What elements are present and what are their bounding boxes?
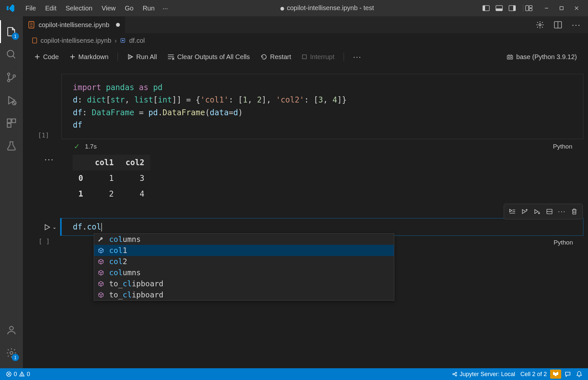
toggle-panel-icon[interactable] [496, 5, 508, 11]
add-code-cell-button[interactable]: Code [30, 51, 63, 63]
problems-button[interactable]: 0 0 [4, 368, 32, 380]
jupyter-server-button[interactable]: Jupyter Server: Local [450, 368, 517, 380]
cube-icon [97, 270, 105, 276]
maximize-icon[interactable] [554, 0, 569, 16]
tab-notebook[interactable]: copilot-intellisense.ipynb [23, 16, 125, 33]
menu-edit[interactable]: Edit [41, 3, 61, 14]
split-cell-icon[interactable] [544, 206, 555, 217]
notebook-variables-icon[interactable] [534, 19, 546, 30]
svg-rect-8 [529, 8, 532, 11]
activity-accounts-icon[interactable] [0, 319, 23, 341]
svg-line-71 [99, 261, 101, 262]
cell-editor[interactable]: import pandas as pd d: dict[str, list[in… [61, 74, 583, 139]
intellisense-popup[interactable]: columns col1 col2 columns [94, 233, 394, 301]
explorer-badge: 1 [12, 33, 19, 40]
chevron-right-icon: › [115, 37, 117, 44]
svg-line-96 [454, 374, 455, 375]
run-cell-button[interactable]: ⌄ [43, 223, 57, 231]
delete-cell-icon[interactable] [569, 206, 580, 217]
kernel-picker-button[interactable]: base (Python 3.9.12) [502, 51, 581, 63]
execute-below-icon[interactable] [531, 206, 543, 217]
notifications-icon[interactable] [574, 368, 584, 380]
cell-output: ··· col1 col2 0 1 3 [61, 155, 583, 202]
suggest-item[interactable]: col2 [94, 256, 394, 267]
tab-dirty-icon [116, 23, 120, 27]
cube-icon [97, 247, 105, 253]
run-by-line-icon[interactable] [507, 206, 518, 217]
activity-extensions-icon[interactable] [0, 112, 23, 135]
activity-settings-icon[interactable]: 1 [0, 341, 23, 364]
tab-more-icon[interactable]: ··· [570, 19, 582, 31]
svg-point-16 [8, 79, 10, 82]
tab-bar: copilot-intellisense.ipynb ··· [23, 16, 588, 33]
chevron-down-icon[interactable]: ⌄ [52, 224, 57, 230]
table-row: 1 2 4 [73, 186, 150, 202]
cell-editor[interactable]: df.col columns col1 col2 [61, 218, 583, 236]
svg-rect-1 [483, 6, 485, 11]
execute-above-icon[interactable] [519, 206, 530, 217]
cell-more-icon[interactable]: ··· [556, 206, 567, 217]
svg-line-72 [101, 261, 103, 262]
feedback-icon[interactable] [563, 368, 573, 380]
code-cell-1: [1] import pandas as pd d: dict[str, lis… [61, 74, 583, 202]
suggest-item[interactable]: to_clipboard [94, 289, 394, 300]
run-all-button[interactable]: Run All [123, 51, 161, 63]
symbol-icon [120, 38, 126, 43]
menu-run[interactable]: Run [138, 3, 159, 14]
svg-point-30 [539, 24, 541, 26]
svg-rect-10 [560, 7, 563, 10]
cell-position[interactable]: Cell 2 of 2 [518, 368, 549, 380]
layout-controls [482, 5, 538, 12]
table-row: 0 1 3 [73, 170, 150, 186]
svg-line-80 [101, 283, 103, 284]
close-icon[interactable] [569, 0, 584, 16]
dirty-indicator-icon: ● [280, 3, 285, 13]
status-bar: 0 0 Jupyter Server: Local Cell 2 of 2 [0, 368, 588, 380]
tab-label: copilot-intellisense.ipynb [39, 21, 109, 29]
menu-selection[interactable]: Selection [61, 3, 97, 14]
menu-view[interactable]: View [97, 3, 120, 14]
text-cursor-icon [101, 223, 102, 231]
menu-overflow-icon[interactable]: ··· [159, 3, 171, 14]
split-editor-icon[interactable] [553, 20, 563, 30]
toolbar-more-icon[interactable]: ··· [349, 50, 366, 63]
suggest-item[interactable]: columns [94, 267, 394, 278]
cube-icon [97, 259, 105, 264]
svg-rect-47 [302, 55, 306, 59]
cell-language[interactable]: Python [554, 239, 577, 246]
breadcrumb-file[interactable]: copilot-intellisense.ipynb [41, 37, 111, 44]
breadcrumb[interactable]: copilot-intellisense.ipynb › df.col [23, 33, 588, 48]
customize-layout-icon[interactable] [525, 5, 538, 11]
activity-search-icon[interactable] [0, 43, 23, 66]
clear-outputs-button[interactable]: Clear Outputs of All Cells [163, 51, 253, 63]
add-markdown-cell-button[interactable]: Markdown [65, 51, 112, 63]
suggest-item[interactable]: col1 [94, 245, 394, 256]
suggest-item[interactable]: to_clipboard [94, 278, 394, 289]
success-icon: ✓ [74, 142, 80, 151]
breadcrumb-symbol[interactable]: df.col [129, 37, 145, 44]
output-more-icon[interactable]: ··· [44, 154, 54, 165]
tab-actions: ··· [534, 19, 588, 31]
activity-explorer-icon[interactable]: 1 [0, 20, 23, 43]
activity-run-debug-icon[interactable] [0, 89, 23, 112]
cell-language[interactable]: Python [553, 143, 576, 150]
menu-bar: File Edit Selection View Go Run ··· [21, 3, 171, 14]
minimize-icon[interactable] [539, 0, 554, 16]
svg-rect-7 [529, 6, 532, 8]
menu-file[interactable]: File [21, 3, 41, 14]
svg-line-79 [99, 283, 101, 284]
toggle-primary-sidebar-icon[interactable] [482, 5, 495, 11]
copilot-status-icon[interactable] [550, 370, 561, 379]
menu-go[interactable]: Go [120, 3, 138, 14]
cell-toolbar: ··· [504, 204, 583, 219]
activity-bar: 1 1 [0, 16, 23, 368]
restart-kernel-button[interactable]: Restart [256, 51, 295, 63]
activity-testing-icon[interactable] [0, 135, 23, 157]
activity-source-control-icon[interactable] [0, 66, 23, 89]
toggle-secondary-sidebar-icon[interactable] [509, 5, 521, 11]
svg-rect-49 [509, 57, 512, 58]
svg-rect-23 [7, 123, 11, 127]
notebook-icon [32, 38, 37, 43]
svg-line-76 [101, 272, 103, 273]
suggest-item[interactable]: columns [94, 234, 394, 245]
